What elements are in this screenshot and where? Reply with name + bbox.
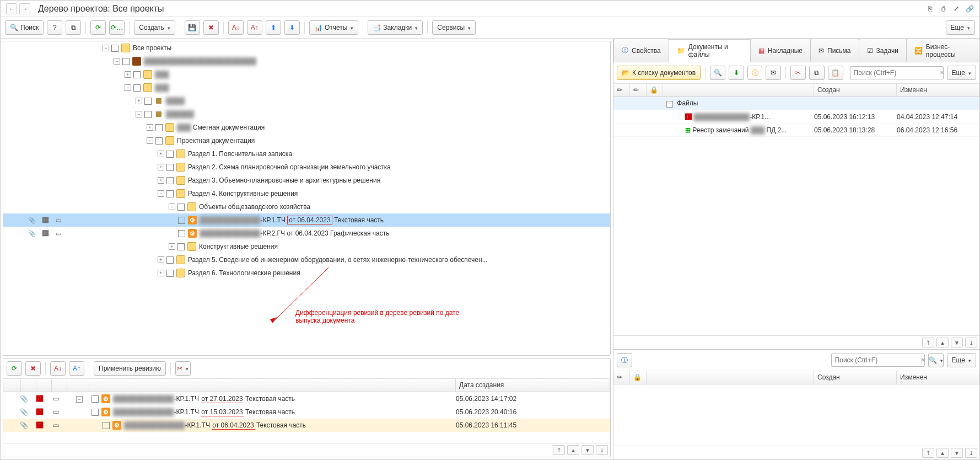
delete-button[interactable]: ✖ (203, 20, 219, 35)
delete-rev-button[interactable]: ✖ (25, 361, 41, 376)
expand-icon[interactable]: + (169, 243, 175, 250)
checkbox[interactable] (91, 409, 99, 416)
files-group-row[interactable]: − Файлы (613, 97, 979, 110)
expand-icon[interactable]: + (158, 177, 164, 184)
refresh-button[interactable]: ⟳ (90, 20, 106, 35)
search-input-lower[interactable] (832, 356, 921, 364)
revision-row[interactable]: 📎🅿▭ ⚙ █████████████-КР.1.ТЧ от 15.03.202… (3, 405, 610, 419)
expand-icon[interactable]: − (125, 84, 131, 91)
link-icon[interactable]: 🔗 (964, 3, 975, 14)
sort-rev-desc-button[interactable]: A↑ (69, 361, 84, 376)
nav-back[interactable]: ← (6, 3, 17, 14)
more-lower-button[interactable]: Еще (947, 353, 976, 367)
view-button[interactable]: 🔍 (710, 66, 725, 80)
tab-processes[interactable]: 🔀Бизнес-процессы (906, 39, 979, 62)
save-button[interactable]: 💾 (185, 20, 200, 35)
checkbox[interactable] (177, 243, 185, 250)
checkbox[interactable] (166, 270, 174, 277)
clear-search-icon[interactable]: × (940, 69, 944, 77)
scroll-bottom-icon[interactable]: ⤓ (596, 445, 608, 455)
more-button[interactable]: Еще (946, 20, 975, 35)
copy-button[interactable]: ⧉ (809, 66, 825, 80)
tree-row[interactable]: 📎 🅿 ▭ ⚙ █████████████-КР.2.ГЧ от 06.04.2… (3, 227, 610, 240)
checkbox[interactable] (133, 84, 141, 92)
scroll-top-icon[interactable]: ⤒ (922, 448, 934, 458)
tab-documents[interactable]: 📁Документы и файлы (669, 39, 751, 62)
refresh-rev-button[interactable]: ⟳ (7, 361, 22, 376)
tab-properties[interactable]: ⓘСвойства (613, 39, 669, 62)
sort-za-button[interactable]: A↑ (247, 20, 262, 35)
checkbox[interactable] (111, 45, 119, 52)
search-input[interactable] (850, 69, 940, 77)
scroll-bottom-icon[interactable]: ⤓ (965, 338, 977, 347)
tab-letters[interactable]: ✉Письма (810, 39, 859, 62)
expand-icon[interactable]: + (158, 164, 164, 170)
download-button[interactable]: ⬇ (729, 66, 744, 80)
info-button-lower[interactable]: ⓘ (617, 353, 632, 367)
maximize-icon[interactable]: ⤢ (951, 3, 962, 14)
create-button[interactable]: Создать (134, 20, 175, 35)
move-up-button[interactable]: ⬆ (266, 20, 281, 35)
checkbox[interactable] (166, 177, 174, 184)
filter-lower-button[interactable]: 🔍 (928, 353, 944, 367)
scroll-up-icon[interactable]: ▲ (936, 338, 949, 347)
expand-icon[interactable]: + (158, 256, 164, 263)
tree-row-selected[interactable]: 📎 🅿 ▭ ⚙ █████████████-КР.1.ТЧ от 06.04.2… (3, 213, 610, 227)
revision-row[interactable]: 📎🅿▭ − ⚙ █████████████-КР.1.ТЧ от 27.01.2… (3, 392, 610, 405)
checkbox[interactable] (166, 164, 174, 171)
file-row[interactable]: 🅿 ████████████-КР.1... 05.06.2023 16:12:… (613, 110, 979, 124)
help-button[interactable]: ? (47, 20, 62, 35)
checkbox[interactable] (166, 190, 174, 197)
checkbox[interactable] (133, 71, 141, 78)
checkbox[interactable] (178, 230, 185, 237)
expand-icon[interactable]: − (158, 190, 164, 197)
checkbox[interactable] (155, 137, 163, 145)
bookmarks-button[interactable]: 📑 Закладки (368, 20, 423, 35)
expand-icon[interactable]: + (158, 270, 164, 276)
sort-az-button[interactable]: A↓ (228, 20, 244, 35)
expand-icon[interactable]: − (147, 137, 153, 144)
expand-icon[interactable]: − (136, 111, 142, 117)
checkbox[interactable] (144, 98, 152, 105)
expand-icon[interactable]: − (76, 396, 83, 403)
lower-grid-body[interactable] (613, 384, 979, 446)
checkbox[interactable] (155, 124, 163, 131)
checkbox[interactable] (91, 395, 99, 403)
tab-invoices[interactable]: ▦Накладные (750, 39, 811, 62)
expand-icon[interactable]: − (114, 58, 120, 65)
search-button[interactable]: 🔍 Поиск (5, 20, 44, 35)
revision-row-selected[interactable]: 📎🅿▭ ⚙ █████████████-КР.1.ТЧ от 06.04.202… (3, 419, 610, 432)
copy-button[interactable]: ⧉ (66, 20, 81, 35)
expand-icon[interactable]: + (147, 124, 153, 131)
checkbox[interactable] (178, 217, 185, 224)
checkbox[interactable] (166, 151, 174, 158)
checkbox[interactable] (166, 256, 174, 264)
expand-icon[interactable]: − (169, 204, 175, 210)
scroll-down-icon[interactable]: ▼ (951, 338, 963, 347)
expand-icon[interactable]: + (136, 98, 142, 104)
move-down-button[interactable]: ⬇ (284, 20, 300, 35)
checkbox[interactable] (103, 422, 110, 429)
nav-forward[interactable]: → (19, 3, 30, 14)
expand-icon[interactable]: − (666, 101, 673, 108)
scroll-up-icon[interactable]: ▲ (936, 448, 949, 458)
scroll-top-icon[interactable]: ⤒ (922, 338, 934, 347)
save-layout-icon[interactable]: ⎘ (924, 3, 935, 14)
sort-rev-asc-button[interactable]: A↓ (50, 361, 66, 376)
more-right-button[interactable]: Еще (947, 66, 976, 80)
expand-icon[interactable]: + (125, 71, 131, 78)
checkbox[interactable] (177, 204, 185, 211)
apply-revision-button[interactable]: Применить ревизию (94, 361, 166, 376)
checkbox[interactable] (144, 111, 152, 118)
scroll-up-icon[interactable]: ▲ (567, 445, 579, 455)
mail-button[interactable]: ✉ (766, 66, 781, 80)
scroll-down-icon[interactable]: ▼ (951, 448, 963, 458)
paste-button[interactable]: 📋 (828, 66, 843, 80)
to-doc-list-button[interactable]: 📂 К списку документов (617, 66, 701, 80)
scroll-top-icon[interactable]: ⤒ (553, 445, 565, 455)
files-grid[interactable]: − Файлы 🅿 ████████████-КР.1... 05.06.202… (613, 97, 979, 335)
expand-icon[interactable]: + (158, 151, 164, 157)
clear-search-lower-icon[interactable]: × (921, 356, 925, 364)
expand-icon[interactable]: − (103, 45, 109, 51)
tab-tasks[interactable]: ☑Задачи (859, 39, 907, 62)
